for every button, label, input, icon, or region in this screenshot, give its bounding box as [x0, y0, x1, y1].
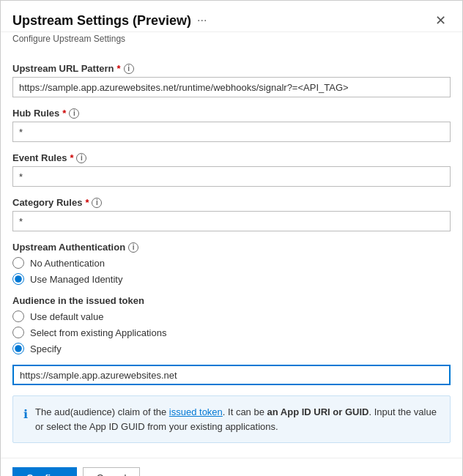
- required-star: *: [62, 108, 66, 119]
- managed-identity-label: Use Managed Identity: [30, 274, 122, 285]
- event-rules-input[interactable]: [12, 166, 451, 187]
- info-banner-icon: ℹ: [23, 406, 28, 434]
- upstream-url-info-icon[interactable]: i: [124, 64, 134, 74]
- default-value-label: Use default value: [30, 311, 103, 322]
- required-star: *: [70, 152, 73, 163]
- managed-identity-radio-item[interactable]: Use Managed Identity: [12, 273, 451, 285]
- dialog-title: Upstream Settings (Preview): [12, 13, 191, 29]
- specify-label: Specify: [30, 343, 62, 354]
- more-options-icon[interactable]: ···: [197, 14, 207, 27]
- upstream-url-input[interactable]: [12, 77, 451, 97]
- required-star: *: [85, 197, 89, 208]
- hub-rules-info-icon[interactable]: i: [69, 108, 79, 119]
- specify-radio[interactable]: [12, 343, 24, 354]
- dialog-subtitle: Configure Upstream Settings: [1, 32, 462, 51]
- cancel-button[interactable]: Cancel: [83, 467, 140, 476]
- issued-token-link[interactable]: issued token: [169, 406, 223, 417]
- audience-label: Audience in the issued token: [12, 295, 451, 306]
- confirm-button[interactable]: Confirm: [12, 467, 77, 476]
- audience-group: Audience in the issued token Use default…: [12, 295, 451, 385]
- event-rules-field-group: Event Rules * i: [12, 152, 451, 187]
- specify-radio-item[interactable]: Specify: [12, 343, 451, 354]
- upstream-settings-dialog: Upstream Settings (Preview) ··· ✕ Config…: [0, 0, 463, 476]
- no-auth-label: No Authentication: [30, 258, 105, 269]
- audience-radio-group: Use default value Select from existing A…: [12, 310, 451, 354]
- audience-specify-input[interactable]: [12, 365, 451, 385]
- hub-rules-field-group: Hub Rules * i: [12, 108, 451, 142]
- upstream-auth-radio-group: No Authentication Use Managed Identity: [12, 257, 451, 285]
- upstream-url-label: Upstream URL Pattern * i: [12, 63, 451, 74]
- event-rules-label: Event Rules * i: [12, 152, 451, 163]
- close-button[interactable]: ✕: [431, 12, 451, 29]
- category-rules-input[interactable]: [12, 211, 451, 231]
- no-auth-radio[interactable]: [12, 257, 24, 269]
- event-rules-info-icon[interactable]: i: [76, 153, 86, 163]
- no-auth-radio-item[interactable]: No Authentication: [12, 257, 451, 269]
- dialog-header: Upstream Settings (Preview) ··· ✕: [1, 1, 462, 32]
- hub-rules-input[interactable]: [12, 122, 451, 142]
- audience-input-wrapper: [12, 365, 451, 385]
- category-rules-label: Category Rules * i: [12, 197, 451, 208]
- upstream-url-field-group: Upstream URL Pattern * i: [12, 63, 451, 97]
- existing-apps-radio-item[interactable]: Select from existing Applications: [12, 327, 451, 338]
- dialog-body: Upstream URL Pattern * i Hub Rules * i E…: [1, 51, 462, 452]
- default-value-radio[interactable]: [12, 310, 24, 322]
- info-banner-text: The aud(audience) claim of the issued to…: [35, 405, 440, 434]
- hub-rules-label: Hub Rules * i: [12, 108, 451, 119]
- upstream-auth-group: Upstream Authentication i No Authenticat…: [12, 242, 451, 285]
- info-banner: ℹ The aud(audience) claim of the issued …: [12, 395, 451, 443]
- category-rules-field-group: Category Rules * i: [12, 197, 451, 231]
- managed-identity-radio[interactable]: [12, 273, 24, 285]
- upstream-auth-info-icon[interactable]: i: [128, 242, 138, 253]
- required-star: *: [116, 63, 120, 74]
- upstream-auth-label: Upstream Authentication i: [12, 242, 451, 253]
- dialog-title-area: Upstream Settings (Preview) ···: [12, 13, 207, 29]
- existing-apps-label: Select from existing Applications: [30, 327, 166, 338]
- dialog-footer: Confirm Cancel: [1, 458, 462, 476]
- existing-apps-radio[interactable]: [12, 327, 24, 338]
- default-value-radio-item[interactable]: Use default value: [12, 310, 451, 322]
- category-rules-info-icon[interactable]: i: [92, 198, 102, 208]
